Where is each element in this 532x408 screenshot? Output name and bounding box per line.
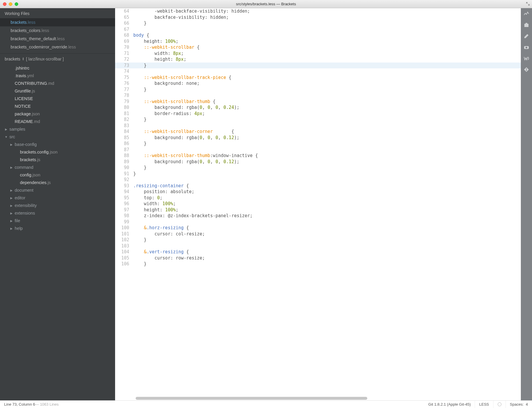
file-item[interactable]: .travis.yml (0, 72, 115, 80)
git-icon[interactable] (523, 66, 530, 73)
code-line[interactable]: 92 (115, 177, 521, 183)
code-line[interactable]: 77 } (115, 87, 521, 93)
file-item[interactable]: NOTICE (0, 102, 115, 110)
minimize-window-button[interactable] (9, 2, 12, 6)
project-dropdown[interactable]: brackets ▲▼ [ larz/linux-scrollbar ] (0, 53, 115, 64)
code-line[interactable]: 87 (115, 147, 521, 153)
code-line[interactable]: 65 backface-visibility: hidden; (115, 14, 521, 21)
horizontal-scrollbar[interactable] (136, 397, 509, 400)
file-item[interactable]: .jshintrc (0, 64, 115, 72)
edit-icon[interactable] (523, 33, 530, 39)
file-item[interactable]: LICENSE (0, 95, 115, 102)
line-number: 98 (115, 213, 133, 219)
code-line[interactable]: 84 ::-webkit-scrollbar-corner { (115, 129, 521, 135)
code-line[interactable]: 96 width: 100%; (115, 201, 521, 207)
line-number: 105 (115, 255, 133, 261)
line-number: 64 (115, 8, 133, 14)
code-line[interactable]: 99 (115, 219, 521, 225)
right-toolbar (521, 8, 532, 400)
code-line[interactable]: 81 border-radius: 4px; (115, 111, 521, 117)
code-line[interactable]: 89 background: rgba(0, 0, 0, 0.12); (115, 159, 521, 165)
git-status[interactable]: Git 1.8.2.1 (Apple Git-45) (424, 401, 475, 408)
code-line[interactable]: 93.resizing-container { (115, 183, 521, 189)
close-window-button[interactable] (3, 2, 6, 6)
w3c-icon[interactable] (523, 55, 530, 62)
working-file-item[interactable]: brackets_colors.less (0, 26, 115, 35)
code-line[interactable]: 74 (115, 68, 521, 75)
window-title: src/styles/brackets.less — Brackets (0, 2, 532, 6)
camera-icon[interactable] (523, 44, 530, 50)
file-item[interactable]: brackets.js (0, 156, 115, 163)
code-line[interactable]: 100 &.horz-resizing { (115, 225, 521, 231)
code-line[interactable]: 102 } (115, 237, 521, 243)
code-line[interactable]: 71 width: 8px; (115, 50, 521, 57)
code-line[interactable]: 70 ::-webkit-scrollbar { (115, 44, 521, 50)
line-number: 96 (115, 201, 133, 207)
code-line[interactable]: 72 height: 8px; (115, 56, 521, 63)
code-line[interactable]: 82 } (115, 117, 521, 123)
code-line[interactable]: 86 } (115, 141, 521, 147)
folder-item[interactable]: ▶editor (0, 194, 115, 202)
file-item[interactable]: README.md (0, 118, 115, 125)
working-file-item[interactable]: brackets_theme_default.less (0, 35, 115, 43)
code-line[interactable]: 64 -webkit-backface-visibility: hidden; (115, 8, 521, 14)
project-name: brackets (5, 57, 20, 61)
zoom-window-button[interactable] (15, 2, 18, 6)
disclosure-icon: ▶ (10, 196, 13, 200)
file-item[interactable]: brackets.config.json (0, 148, 115, 156)
code-line[interactable]: 105 cursor: row-resize; (115, 255, 521, 261)
folder-item[interactable]: ▶file (0, 217, 115, 225)
file-item[interactable]: dependencies.js (0, 179, 115, 186)
file-item[interactable]: CONTRIBUTING.md (0, 80, 115, 87)
language-mode[interactable]: LESS (475, 401, 493, 408)
code-line[interactable]: 80 background: rgba(0, 0, 0, 0.24); (115, 104, 521, 111)
folder-item[interactable]: ▶help (0, 225, 115, 232)
insert-mode[interactable] (494, 401, 506, 408)
file-item[interactable]: config.json (0, 171, 115, 179)
folder-item[interactable]: ▶base-config (0, 141, 115, 148)
code-line[interactable]: 91} (115, 171, 521, 177)
line-number: 73 (115, 63, 133, 69)
line-number: 106 (115, 261, 133, 267)
code-line[interactable]: 75 ::-webkit-scrollbar-track-piece { (115, 75, 521, 81)
code-line[interactable]: 83 (115, 123, 521, 129)
code-line[interactable]: 79 ::-webkit-scrollbar-thumb { (115, 99, 521, 105)
code-line[interactable]: 104 &.vert-resizing { (115, 249, 521, 255)
folder-item[interactable]: ▼src (0, 133, 115, 141)
circle-icon (498, 402, 501, 406)
working-file-item[interactable]: brackets_codemirror_override.less (0, 43, 115, 51)
live-preview-icon[interactable] (523, 11, 530, 17)
code-line[interactable]: 76 background: none; (115, 80, 521, 87)
disclosure-icon: ▶ (10, 189, 13, 192)
code-line[interactable]: 88 ::-webkit-scrollbar-thumb:window-inac… (115, 153, 521, 159)
code-line[interactable]: 67 (115, 26, 521, 33)
code-line[interactable]: 103 (115, 243, 521, 249)
code-line[interactable]: 101 cursor: col-resize; (115, 231, 521, 237)
folder-item[interactable]: ▶extensions (0, 209, 115, 217)
code-line[interactable]: 66 } (115, 20, 521, 26)
cursor-position[interactable]: Line 73, Column 6 — 1063 Lines (0, 401, 63, 408)
extension-manager-icon[interactable] (523, 22, 530, 28)
code-line[interactable]: 94 position: absolute; (115, 189, 521, 195)
code-line[interactable]: 85 background: rgba(0, 0, 0, 0.12); (115, 135, 521, 141)
file-item[interactable]: Gruntfile.js (0, 87, 115, 95)
file-item[interactable]: package.json (0, 110, 115, 118)
code-editor[interactable]: 64 -webkit-backface-visibility: hidden;6… (115, 8, 521, 400)
working-file-item[interactable]: brackets.less (0, 18, 115, 26)
code-line[interactable]: 90 } (115, 165, 521, 171)
folder-item[interactable]: ▶document (0, 186, 115, 194)
folder-item[interactable]: ▶command (0, 163, 115, 171)
code-line[interactable]: 69 height: 100%; (115, 38, 521, 45)
code-line[interactable]: 73 } (115, 63, 521, 69)
fullscreen-icon[interactable] (526, 2, 530, 6)
code-line[interactable]: 106 } (115, 261, 521, 267)
code-line[interactable]: 78 (115, 92, 521, 99)
folder-item[interactable]: ▶samples (0, 125, 115, 133)
code-line[interactable]: 98 z-index: @z-index-brackets-panel-resi… (115, 213, 521, 219)
code-line[interactable]: 68body { (115, 32, 521, 38)
code-line[interactable]: 97 height: 100%; (115, 207, 521, 213)
indent-setting[interactable]: Spaces: 4 (506, 401, 532, 408)
line-number: 82 (115, 117, 133, 123)
folder-item[interactable]: ▶extensibility (0, 202, 115, 209)
code-line[interactable]: 95 top: 0; (115, 195, 521, 201)
